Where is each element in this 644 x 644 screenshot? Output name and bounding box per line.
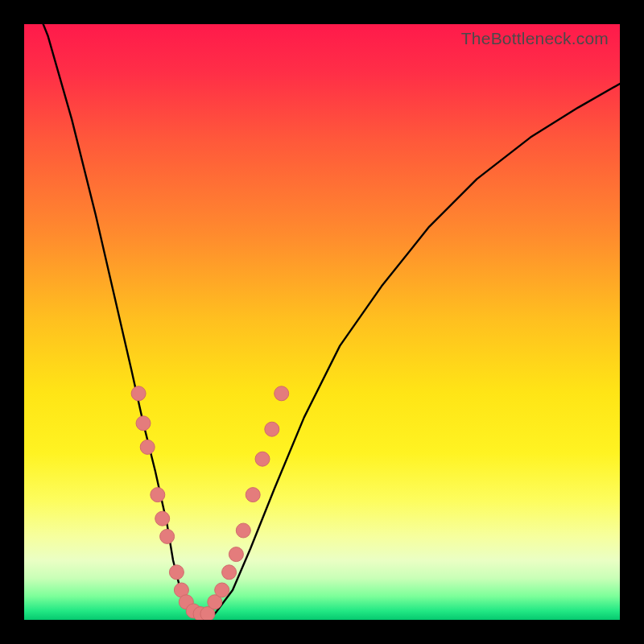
data-point — [151, 488, 165, 502]
curve-layer — [24, 24, 620, 620]
bottleneck-curve — [24, 24, 620, 617]
data-point — [155, 511, 170, 526]
data-point — [140, 440, 155, 454]
data-points — [131, 386, 289, 620]
watermark-text: TheBottleneck.com — [461, 29, 609, 48]
data-point — [255, 452, 270, 466]
data-point — [246, 488, 260, 502]
data-point — [222, 565, 237, 580]
data-point — [275, 386, 289, 401]
data-point — [265, 422, 279, 436]
data-point — [215, 583, 229, 597]
data-point — [136, 416, 151, 431]
chart-frame: TheBottleneck.com — [0, 0, 644, 644]
plot-area: TheBottleneck.com — [24, 24, 620, 620]
data-point — [236, 523, 250, 538]
data-point — [160, 529, 175, 543]
data-point — [169, 565, 184, 580]
data-point — [131, 386, 146, 401]
data-point — [229, 547, 243, 562]
